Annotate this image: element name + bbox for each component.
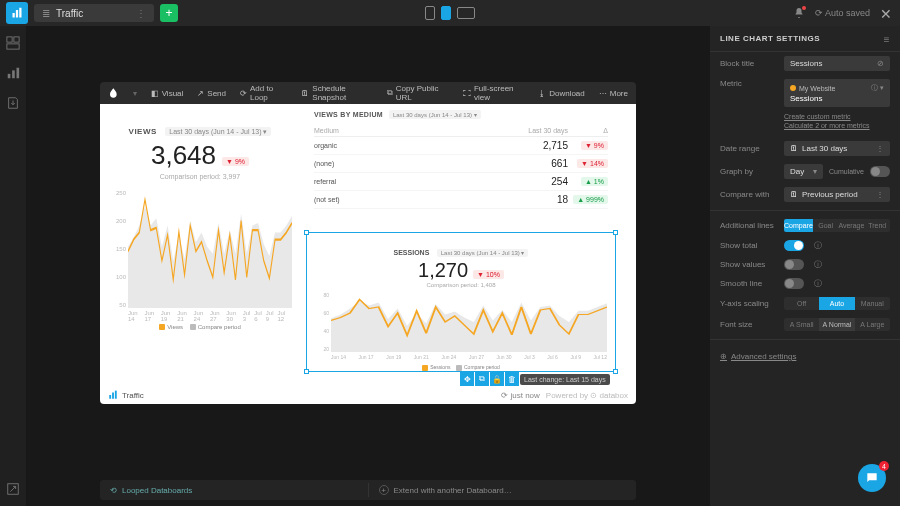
toolbar-send[interactable]: ↗ Send [197, 89, 226, 98]
droplet-icon[interactable] [108, 87, 119, 99]
rail-export-icon[interactable] [6, 96, 20, 110]
sessions-range[interactable]: Last 30 days (Jun 14 - Jul 13) ▾ [437, 249, 529, 257]
show-total-toggle[interactable] [784, 240, 804, 251]
tab-traffic[interactable]: ≣ Traffic ⋮ [34, 4, 154, 22]
seg-average[interactable]: Average [838, 219, 864, 232]
seg-fs-normal[interactable]: A Normal [819, 318, 854, 331]
rail-expand-icon[interactable] [6, 482, 20, 496]
board-footer: Traffic ⟳ just now Powered by ⊙ databox [108, 390, 628, 400]
views-value: 3,648 [151, 140, 216, 171]
sessions-title: SESSIONS [394, 249, 430, 256]
panel-menu-icon[interactable]: ≡ [884, 34, 890, 45]
device-tablet-icon[interactable] [441, 6, 451, 20]
svg-rect-6 [8, 74, 11, 78]
toolbar-visual[interactable]: ◧ Visual [151, 89, 184, 98]
sessions-compare: Comparison period: 1,408 [315, 282, 607, 288]
seg-yscale-auto[interactable]: Auto [819, 297, 854, 310]
toolbar-add-loop[interactable]: ⟳ Add to Loop [240, 84, 287, 102]
extend-databoard[interactable]: + Extend with another Databoard… [369, 485, 637, 495]
svg-rect-7 [12, 70, 15, 78]
views-change: ▼ 9% [222, 157, 249, 166]
panel-heading: LINE CHART SETTINGS≡ [710, 26, 900, 52]
databoard: ▾ ◧ Visual ↗ Send ⟳ Add to Loop 🗓 Schedu… [100, 82, 636, 404]
card-sessions[interactable]: SESSIONS Last 30 days (Jun 14 - Jul 13) … [306, 232, 616, 372]
seg-fs-large[interactable]: A Large [855, 318, 890, 331]
toolbar-fullscreen[interactable]: ⛶ Full-screen view [463, 84, 524, 102]
sel-last-change: Last change: Last 15 days [520, 374, 610, 385]
block-title-input[interactable]: Sessions⊘ [784, 56, 890, 71]
table-row: (none)661▼ 14% [314, 155, 608, 173]
close-button[interactable]: ✕ [880, 6, 894, 20]
svg-rect-11 [112, 393, 114, 399]
chat-button[interactable]: 4 [858, 464, 886, 492]
toolbar-copy-url[interactable]: ⧉ Copy Public URL [387, 84, 449, 102]
seg-fs-small[interactable]: A Small [784, 318, 819, 331]
looped-databoards[interactable]: ⟲ Looped Databoards [100, 486, 368, 495]
medium-range[interactable]: Last 30 days (Jun 14 - Jul 13) ▾ [389, 110, 481, 119]
seg-yscale-off[interactable]: Off [784, 297, 819, 310]
graph-by-select[interactable]: Day▾ [784, 164, 823, 179]
seg-trend[interactable]: Trend [864, 219, 890, 232]
sel-copy-icon[interactable]: ⧉ [475, 372, 489, 386]
views-chart: 25020015010050 Jun 14Jun 17Jun 19Jun 21J… [108, 190, 292, 320]
svg-rect-2 [19, 8, 21, 18]
advanced-settings-link[interactable]: ⊕ Advanced settings [710, 344, 900, 369]
sel-move-icon[interactable]: ✥ [460, 372, 474, 386]
smooth-line-toggle[interactable] [784, 278, 804, 289]
resize-handle[interactable] [613, 230, 618, 235]
rail-layout-icon[interactable] [6, 36, 20, 50]
link-calculate[interactable]: Calculate 2 or more metrics [784, 122, 890, 129]
views-range[interactable]: Last 30 days (Jun 14 - Jul 13) ▾ [165, 127, 271, 136]
sessions-value: 1,270 [418, 259, 468, 282]
toolbar-schedule[interactable]: 🗓 Schedule Snapshot [301, 84, 373, 102]
toolbar-more[interactable]: ⋯ More [599, 89, 628, 98]
views-title: VIEWS [129, 127, 157, 136]
seg-compare[interactable]: Compare [784, 219, 813, 232]
left-rail [0, 26, 26, 506]
resize-handle[interactable] [304, 230, 309, 235]
device-mobile-icon[interactable] [425, 6, 435, 20]
table-row: organic2,715▼ 9% [314, 137, 608, 155]
metric-picker[interactable]: My Websiteⓘ ▾ Sessions [784, 79, 890, 107]
chart-icon [108, 390, 118, 400]
new-tab-button[interactable]: + [160, 4, 178, 22]
sel-lock-icon[interactable]: 🔒 [490, 372, 504, 386]
device-preview [425, 6, 475, 20]
resize-handle[interactable] [304, 369, 309, 374]
chat-badge: 4 [879, 461, 889, 471]
clear-icon[interactable]: ⊘ [877, 59, 884, 68]
compare-with-select[interactable]: 🗓 Previous period⋮ [784, 187, 890, 202]
date-range-select[interactable]: 🗓 Last 30 days⋮ [784, 141, 890, 156]
app-logo[interactable] [6, 2, 28, 24]
sessions-change: ▼ 10% [473, 270, 504, 279]
svg-rect-10 [109, 395, 111, 399]
svg-rect-0 [13, 13, 15, 18]
seg-yscale-manual[interactable]: Manual [855, 297, 890, 310]
sessions-chart: 80604020 Jun 14Jun 17Jun 19Jun 21Jun 24J… [315, 292, 607, 362]
views-compare: Comparison period: 3,997 [108, 173, 292, 180]
card-views-by-medium[interactable]: VIEWS BY MEDIUM Last 30 days (Jun 14 - J… [306, 104, 616, 224]
show-values-toggle[interactable] [784, 259, 804, 270]
svg-rect-3 [7, 37, 12, 42]
resize-handle[interactable] [613, 369, 618, 374]
card-views[interactable]: VIEWS Last 30 days (Jun 14 - Jul 13) ▾ 3… [100, 104, 300, 334]
cumulative-toggle[interactable] [870, 166, 890, 177]
device-desktop-icon[interactable] [457, 7, 475, 19]
font-size-seg: A Small A Normal A Large [784, 318, 890, 331]
settings-panel: LINE CHART SETTINGS≡ Block title Session… [710, 26, 900, 506]
tab-title: Traffic [56, 8, 83, 19]
rail-metrics-icon[interactable] [6, 66, 20, 80]
link-custom-metric[interactable]: Create custom metric [784, 113, 890, 120]
table-row: (not set)18▲ 999% [314, 191, 608, 209]
sel-delete-icon[interactable]: 🗑 [505, 372, 519, 386]
notifications-icon[interactable] [793, 7, 805, 19]
svg-rect-12 [115, 391, 117, 399]
seg-goal[interactable]: Goal [813, 219, 839, 232]
autosave-status: ⟳ Auto saved [815, 8, 870, 18]
board-surface[interactable]: VIEWS Last 30 days (Jun 14 - Jul 13) ▾ 3… [100, 104, 636, 404]
canvas[interactable]: ▾ ◧ Visual ↗ Send ⟳ Add to Loop 🗓 Schedu… [26, 26, 710, 506]
toolbar-download[interactable]: ⭳ Download [538, 89, 585, 98]
svg-rect-8 [17, 68, 20, 79]
medium-title: VIEWS BY MEDIUM [314, 111, 383, 118]
svg-rect-4 [14, 37, 19, 42]
